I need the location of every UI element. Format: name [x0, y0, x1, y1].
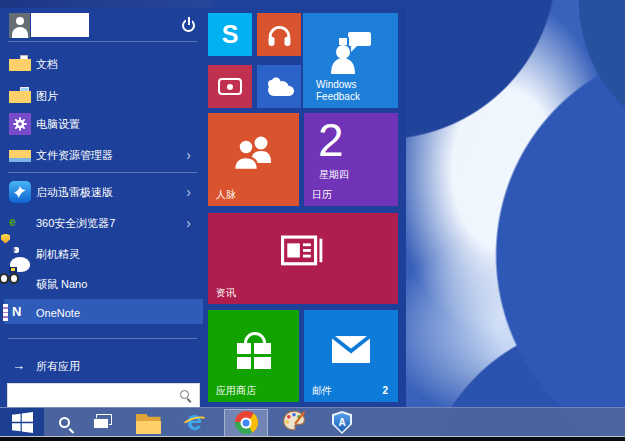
tile-label: Windows Feedback — [316, 79, 378, 102]
tile-label: 应用商店 — [216, 385, 256, 397]
calendar-day: 2 — [318, 113, 344, 167]
tile-label: 人脉 — [216, 189, 236, 201]
pictures-folder-icon — [9, 85, 31, 107]
menu-item-shuaji[interactable]: 刷机精灵 — [0, 241, 203, 266]
taskbar-paint[interactable] — [274, 408, 314, 437]
start-menu-panel: 文档 图片 — [0, 8, 406, 407]
divider — [8, 41, 197, 42]
menu-item-thunder[interactable]: 启动迅雷极速版 — [0, 179, 203, 204]
menu-item-360-browser[interactable]: 360安全浏览器7 — [0, 210, 203, 235]
menu-item-onenote[interactable]: OneNote — [0, 300, 203, 325]
onenote-icon — [9, 302, 31, 324]
power-button-icon[interactable] — [182, 19, 195, 32]
all-apps-button[interactable]: 所有应用 — [0, 354, 203, 378]
taskbar: e A — [0, 407, 625, 436]
divider — [8, 338, 197, 339]
menu-item-documents[interactable]: 文档 — [0, 51, 203, 76]
tile-mail[interactable]: 邮件 2 — [304, 310, 398, 402]
tile-label: 资讯 — [216, 287, 236, 299]
shield-icon: A — [332, 411, 352, 434]
start-button[interactable] — [0, 408, 44, 437]
user-avatar[interactable] — [9, 13, 30, 38]
tile-onedrive[interactable] — [257, 65, 301, 108]
desktop: 文档 图片 — [0, 0, 625, 441]
menu-item-shuoshu-nano[interactable]: 硕鼠 Nano — [0, 271, 203, 296]
task-view-icon — [93, 414, 115, 431]
taskbar-security-app[interactable]: A — [322, 408, 362, 437]
menu-item-pictures[interactable]: 图片 — [0, 83, 203, 108]
calendar-weekday: 星期四 — [319, 168, 349, 182]
taskbar-file-explorer[interactable] — [128, 408, 168, 437]
chevron-right-icon — [186, 216, 191, 230]
file-explorer-icon — [9, 144, 31, 166]
thunder-icon — [9, 181, 31, 203]
chevron-right-icon — [186, 148, 191, 162]
onedrive-cloud-icon — [257, 65, 301, 108]
tile-camera[interactable] — [208, 65, 252, 108]
search-icon — [59, 417, 70, 428]
taskbar-internet-explorer[interactable]: e — [176, 408, 216, 437]
chevron-right-icon — [186, 185, 191, 199]
tile-skype[interactable]: S — [208, 13, 252, 56]
taskbar-chrome[interactable] — [226, 408, 266, 437]
news-icon — [208, 213, 398, 290]
tile-people[interactable]: 人脉 — [208, 113, 299, 206]
tile-news[interactable]: 资讯 — [208, 213, 398, 304]
people-icon — [208, 113, 299, 192]
paint-palette-icon — [281, 408, 307, 437]
tile-label: 日历 — [312, 189, 332, 201]
windows-logo-icon — [2, 408, 42, 437]
search-icon[interactable] — [180, 390, 189, 399]
search-input[interactable] — [7, 383, 200, 408]
menu-item-file-explorer[interactable]: 文件资源管理器 — [0, 142, 203, 167]
internet-explorer-icon: e — [182, 410, 210, 436]
task-view-button[interactable] — [84, 408, 124, 437]
headphones-icon — [257, 13, 301, 56]
mail-unread-count: 2 — [382, 385, 388, 396]
camera-icon — [218, 78, 242, 95]
folder-icon — [136, 414, 161, 434]
right-arrow-icon — [12, 358, 25, 373]
documents-folder-icon — [9, 53, 31, 75]
tile-windows-feedback[interactable]: Windows Feedback — [303, 13, 398, 108]
tile-calendar[interactable]: 2 星期四 日历 — [304, 113, 398, 206]
menu-item-pc-settings[interactable]: 电脑设置 — [0, 111, 203, 136]
360-browser-icon — [9, 212, 31, 234]
settings-gear-icon — [9, 113, 31, 135]
mail-envelope-icon — [304, 310, 398, 388]
divider — [8, 172, 197, 173]
chrome-icon — [235, 411, 258, 434]
tile-store[interactable]: 应用商店 — [208, 310, 299, 402]
tile-music[interactable] — [257, 13, 301, 56]
tile-label: 邮件 — [312, 385, 332, 397]
skype-icon: S — [222, 20, 239, 49]
user-name-box[interactable] — [31, 13, 89, 37]
taskbar-search-button[interactable] — [44, 408, 84, 437]
screen-edge — [0, 437, 625, 441]
store-bag-icon — [208, 310, 299, 390]
shuoshu-mouse-icon — [9, 273, 31, 295]
